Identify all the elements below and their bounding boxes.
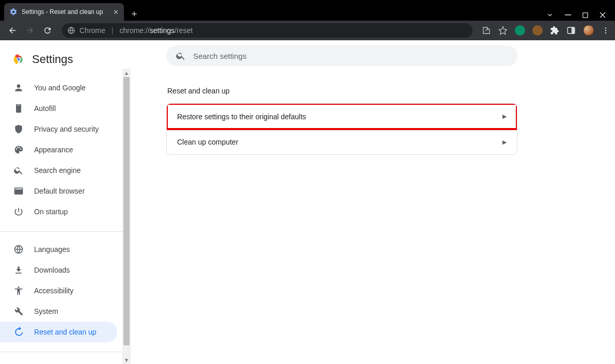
- toolbar-actions: [480, 25, 610, 36]
- clipboard-icon: [13, 103, 24, 114]
- sidebar-item-label: Appearance: [34, 146, 73, 154]
- accessibility-icon: [13, 286, 24, 296]
- sidebar-group-advanced: Languages Downloads Accessibility System…: [0, 231, 131, 347]
- share-icon[interactable]: [482, 26, 491, 35]
- url-scheme: chrome://: [119, 26, 149, 35]
- sidebar-item-label: System: [34, 307, 58, 315]
- extension-grammarly-icon[interactable]: [515, 25, 525, 36]
- settings-title: Settings: [32, 53, 73, 66]
- row-label: Clean up computer: [177, 138, 238, 146]
- extension-cookie-icon[interactable]: [532, 25, 543, 36]
- sidebar-item-label: Accessibility: [34, 287, 73, 295]
- person-icon: [13, 83, 24, 93]
- sidebar-item-label: Reset and clean up: [34, 328, 97, 336]
- browser-icon: [13, 186, 24, 196]
- sidebar-item-label: Languages: [34, 245, 70, 254]
- sidebar-item-reset[interactable]: Reset and clean up: [0, 322, 117, 342]
- wrench-icon: [13, 306, 24, 316]
- chevron-right-icon: ▶: [502, 139, 507, 146]
- sidebar-item-appearance[interactable]: Appearance: [0, 139, 117, 160]
- sidebar-item-autofill[interactable]: Autofill: [0, 98, 117, 119]
- search-placeholder: Search settings: [193, 52, 246, 60]
- svg-point-5: [605, 27, 606, 28]
- url-host: settings: [150, 26, 175, 35]
- sidebar-item-label: On startup: [34, 208, 68, 216]
- sidebar-item-label: Privacy and security: [34, 125, 99, 133]
- settings-search[interactable]: Search settings: [166, 45, 517, 66]
- sidebar-item-on-startup[interactable]: On startup: [0, 201, 117, 222]
- row-label: Restore settings to their original defau…: [177, 113, 306, 121]
- close-icon[interactable]: ✕: [113, 8, 119, 16]
- avatar[interactable]: [583, 25, 594, 36]
- download-icon: [13, 265, 24, 275]
- restore-icon: [13, 327, 24, 337]
- sidebar-item-extensions[interactable]: Extensions: [0, 359, 117, 364]
- sidebar: Settings You and Google Autofill Privacy…: [0, 40, 131, 364]
- browser-tab[interactable]: Settings - Reset and clean up ✕: [4, 3, 124, 21]
- bookmark-icon[interactable]: [498, 26, 508, 35]
- power-icon: [13, 207, 24, 217]
- settings-brand: Settings: [0, 51, 131, 77]
- new-tab-button[interactable]: ＋: [127, 6, 141, 21]
- sidebar-item-system[interactable]: System: [0, 301, 117, 322]
- scroll-down-icon[interactable]: ▼: [122, 356, 131, 364]
- kebab-menu-icon[interactable]: [602, 26, 610, 35]
- toolbar: Chrome | chrome://settings/reset: [0, 21, 615, 40]
- omnibox-chip: Chrome: [80, 26, 105, 35]
- scroll-up-icon[interactable]: ▲: [122, 69, 131, 77]
- sidebar-item-you-and-google[interactable]: You and Google: [0, 77, 117, 98]
- svg-rect-4: [572, 27, 575, 34]
- maximize-icon[interactable]: [582, 12, 588, 18]
- sidebar-item-languages[interactable]: Languages: [0, 239, 117, 260]
- sidebar-item-downloads[interactable]: Downloads: [0, 260, 117, 280]
- sidebar-item-search-engine[interactable]: Search engine: [0, 160, 117, 181]
- site-info-icon[interactable]: [67, 26, 75, 35]
- sidebar-item-label: You and Google: [34, 84, 86, 92]
- sidebar-item-label: Downloads: [34, 266, 70, 274]
- row-restore-defaults[interactable]: Restore settings to their original defau…: [167, 104, 517, 129]
- palette-icon: [13, 145, 24, 155]
- chevron-right-icon: ▶: [502, 113, 507, 120]
- settings-card: Restore settings to their original defau…: [166, 103, 517, 155]
- window-controls: [546, 11, 615, 21]
- sidebar-item-privacy[interactable]: Privacy and security: [0, 119, 117, 139]
- search-icon: [176, 51, 186, 61]
- browser-chrome: Settings - Reset and clean up ✕ ＋: [0, 0, 615, 40]
- sidebar-item-label: Default browser: [34, 187, 85, 195]
- shield-icon: [13, 124, 24, 134]
- chrome-logo-icon: [12, 53, 25, 66]
- svg-rect-0: [565, 14, 571, 15]
- sidebar-item-label: Search engine: [34, 166, 81, 175]
- sidebar-group-extensions: Extensions: [0, 352, 131, 364]
- page-content: Settings You and Google Autofill Privacy…: [0, 40, 615, 364]
- sidebar-item-default-browser[interactable]: Default browser: [0, 181, 117, 201]
- svg-point-7: [605, 32, 606, 33]
- sidebar-scrollbar[interactable]: ▲ ▼: [122, 69, 131, 364]
- gear-icon: [9, 8, 18, 16]
- url-path: /reset: [175, 26, 193, 35]
- extensions-icon[interactable]: [550, 26, 559, 35]
- reload-button[interactable]: [40, 23, 55, 38]
- minimize-icon[interactable]: [565, 12, 571, 18]
- row-clean-up-computer[interactable]: Clean up computer ▶: [167, 129, 517, 154]
- forward-button[interactable]: [23, 23, 37, 38]
- search-icon: [13, 165, 24, 176]
- back-button[interactable]: [5, 23, 20, 38]
- tab-title: Settings - Reset and clean up: [22, 8, 109, 15]
- sidebar-item-accessibility[interactable]: Accessibility: [0, 280, 117, 301]
- sidebar-group-main: You and Google Autofill Privacy and secu…: [0, 77, 131, 227]
- chevron-down-icon[interactable]: [546, 11, 554, 19]
- sidepanel-icon[interactable]: [566, 26, 576, 35]
- globe-icon: [13, 244, 24, 255]
- scrollbar-thumb[interactable]: [123, 77, 130, 345]
- address-bar[interactable]: Chrome | chrome://settings/reset: [62, 23, 472, 38]
- sidebar-item-label: Autofill: [34, 104, 56, 113]
- tabstrip: Settings - Reset and clean up ✕ ＋: [0, 0, 141, 21]
- svg-rect-1: [583, 12, 588, 17]
- close-window-icon[interactable]: [600, 12, 606, 18]
- main-panel: Search settings Reset and clean up Resto…: [131, 40, 615, 364]
- svg-point-6: [605, 30, 606, 31]
- section-title: Reset and clean up: [167, 87, 615, 95]
